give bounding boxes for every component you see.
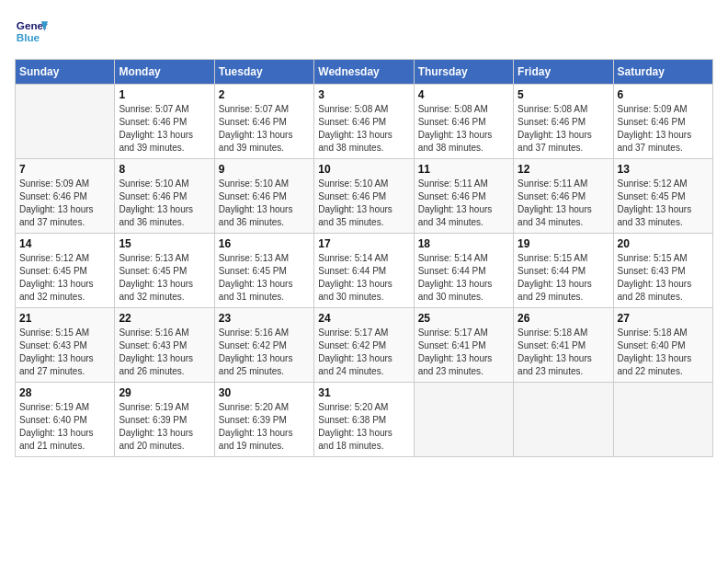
day-cell: 6Sunrise: 5:09 AM Sunset: 6:46 PM Daylig…	[613, 85, 712, 159]
day-number: 5	[518, 88, 609, 101]
day-info: Sunrise: 5:16 AM Sunset: 6:43 PM Dayligh…	[119, 327, 210, 378]
day-number: 18	[418, 237, 509, 250]
header-cell-friday: Friday	[514, 60, 613, 85]
day-number: 11	[418, 163, 509, 176]
calendar-body: 1Sunrise: 5:07 AM Sunset: 6:46 PM Daylig…	[16, 85, 713, 457]
day-info: Sunrise: 5:13 AM Sunset: 6:45 PM Dayligh…	[119, 252, 210, 304]
day-info: Sunrise: 5:12 AM Sunset: 6:45 PM Dayligh…	[19, 252, 110, 304]
day-info: Sunrise: 5:11 AM Sunset: 6:46 PM Dayligh…	[518, 178, 609, 229]
day-cell	[16, 85, 115, 159]
day-info: Sunrise: 5:16 AM Sunset: 6:42 PM Dayligh…	[219, 327, 310, 378]
day-cell: 28Sunrise: 5:19 AM Sunset: 6:40 PM Dayli…	[16, 383, 115, 457]
day-info: Sunrise: 5:15 AM Sunset: 6:44 PM Dayligh…	[518, 252, 609, 304]
day-info: Sunrise: 5:18 AM Sunset: 6:40 PM Dayligh…	[618, 327, 709, 378]
day-cell: 21Sunrise: 5:15 AM Sunset: 6:43 PM Dayli…	[16, 308, 115, 383]
day-cell: 25Sunrise: 5:17 AM Sunset: 6:41 PM Dayli…	[414, 308, 513, 383]
day-cell: 31Sunrise: 5:20 AM Sunset: 6:38 PM Dayli…	[314, 383, 414, 457]
header-cell-monday: Monday	[115, 60, 214, 85]
day-info: Sunrise: 5:08 AM Sunset: 6:46 PM Dayligh…	[518, 103, 609, 155]
day-cell: 20Sunrise: 5:15 AM Sunset: 6:43 PM Dayli…	[613, 234, 712, 308]
day-number: 4	[418, 88, 509, 101]
week-row-2: 7Sunrise: 5:09 AM Sunset: 6:46 PM Daylig…	[16, 159, 713, 234]
day-info: Sunrise: 5:19 AM Sunset: 6:40 PM Dayligh…	[19, 401, 110, 453]
day-cell	[514, 383, 613, 457]
header-cell-sunday: Sunday	[16, 60, 115, 85]
day-number: 29	[119, 386, 210, 399]
day-number: 21	[19, 312, 110, 325]
day-number: 16	[219, 237, 310, 250]
day-cell: 5Sunrise: 5:08 AM Sunset: 6:46 PM Daylig…	[514, 85, 613, 159]
day-cell: 14Sunrise: 5:12 AM Sunset: 6:45 PM Dayli…	[16, 234, 115, 308]
day-cell: 19Sunrise: 5:15 AM Sunset: 6:44 PM Dayli…	[514, 234, 613, 308]
week-row-1: 1Sunrise: 5:07 AM Sunset: 6:46 PM Daylig…	[16, 85, 713, 159]
day-cell: 23Sunrise: 5:16 AM Sunset: 6:42 PM Dayli…	[214, 308, 313, 383]
day-info: Sunrise: 5:12 AM Sunset: 6:45 PM Dayligh…	[618, 178, 709, 229]
day-number: 20	[618, 237, 709, 250]
day-number: 28	[19, 386, 110, 399]
day-cell: 7Sunrise: 5:09 AM Sunset: 6:46 PM Daylig…	[16, 159, 115, 234]
day-info: Sunrise: 5:17 AM Sunset: 6:42 PM Dayligh…	[318, 327, 409, 378]
day-cell: 24Sunrise: 5:17 AM Sunset: 6:42 PM Dayli…	[314, 308, 414, 383]
header-cell-wednesday: Wednesday	[314, 60, 414, 85]
page-header: General Blue	[15, 15, 713, 48]
day-number: 23	[219, 312, 310, 325]
day-info: Sunrise: 5:14 AM Sunset: 6:44 PM Dayligh…	[318, 252, 409, 304]
day-info: Sunrise: 5:15 AM Sunset: 6:43 PM Dayligh…	[19, 327, 110, 378]
day-info: Sunrise: 5:11 AM Sunset: 6:46 PM Dayligh…	[418, 178, 509, 229]
day-number: 13	[618, 163, 709, 176]
day-cell: 30Sunrise: 5:20 AM Sunset: 6:39 PM Dayli…	[214, 383, 313, 457]
day-number: 2	[219, 88, 310, 101]
day-cell: 26Sunrise: 5:18 AM Sunset: 6:41 PM Dayli…	[514, 308, 613, 383]
header-cell-thursday: Thursday	[414, 60, 513, 85]
day-cell: 13Sunrise: 5:12 AM Sunset: 6:45 PM Dayli…	[613, 159, 712, 234]
calendar-table: SundayMondayTuesdayWednesdayThursdayFrid…	[15, 59, 713, 457]
day-number: 27	[618, 312, 709, 325]
day-number: 7	[19, 163, 110, 176]
day-number: 26	[518, 312, 609, 325]
day-info: Sunrise: 5:10 AM Sunset: 6:46 PM Dayligh…	[318, 178, 409, 229]
svg-text:Blue: Blue	[17, 31, 40, 43]
day-number: 1	[119, 88, 210, 101]
day-info: Sunrise: 5:07 AM Sunset: 6:46 PM Dayligh…	[119, 103, 210, 155]
day-cell: 15Sunrise: 5:13 AM Sunset: 6:45 PM Dayli…	[115, 234, 214, 308]
day-number: 10	[318, 163, 409, 176]
day-number: 8	[119, 163, 210, 176]
calendar-header: SundayMondayTuesdayWednesdayThursdayFrid…	[16, 60, 713, 85]
day-cell: 9Sunrise: 5:10 AM Sunset: 6:46 PM Daylig…	[214, 159, 313, 234]
day-number: 31	[318, 386, 409, 399]
day-info: Sunrise: 5:08 AM Sunset: 6:46 PM Dayligh…	[318, 103, 409, 155]
day-number: 14	[19, 237, 110, 250]
day-info: Sunrise: 5:19 AM Sunset: 6:39 PM Dayligh…	[119, 401, 210, 453]
logo: General Blue	[15, 15, 48, 48]
day-number: 22	[119, 312, 210, 325]
header-row: SundayMondayTuesdayWednesdayThursdayFrid…	[16, 60, 713, 85]
day-number: 12	[518, 163, 609, 176]
day-info: Sunrise: 5:10 AM Sunset: 6:46 PM Dayligh…	[219, 178, 310, 229]
day-number: 3	[318, 88, 409, 101]
day-cell	[613, 383, 712, 457]
day-cell: 10Sunrise: 5:10 AM Sunset: 6:46 PM Dayli…	[314, 159, 414, 234]
day-info: Sunrise: 5:09 AM Sunset: 6:46 PM Dayligh…	[618, 103, 709, 155]
day-info: Sunrise: 5:14 AM Sunset: 6:44 PM Dayligh…	[418, 252, 509, 304]
day-cell: 11Sunrise: 5:11 AM Sunset: 6:46 PM Dayli…	[414, 159, 513, 234]
day-number: 19	[518, 237, 609, 250]
day-number: 6	[618, 88, 709, 101]
day-info: Sunrise: 5:18 AM Sunset: 6:41 PM Dayligh…	[518, 327, 609, 378]
day-number: 17	[318, 237, 409, 250]
logo-icon: General Blue	[15, 15, 48, 48]
day-info: Sunrise: 5:15 AM Sunset: 6:43 PM Dayligh…	[618, 252, 709, 304]
day-cell	[414, 383, 513, 457]
day-number: 9	[219, 163, 310, 176]
day-cell: 1Sunrise: 5:07 AM Sunset: 6:46 PM Daylig…	[115, 85, 214, 159]
day-cell: 12Sunrise: 5:11 AM Sunset: 6:46 PM Dayli…	[514, 159, 613, 234]
day-info: Sunrise: 5:07 AM Sunset: 6:46 PM Dayligh…	[219, 103, 310, 155]
week-row-4: 21Sunrise: 5:15 AM Sunset: 6:43 PM Dayli…	[16, 308, 713, 383]
day-info: Sunrise: 5:20 AM Sunset: 6:38 PM Dayligh…	[318, 401, 409, 453]
day-number: 25	[418, 312, 509, 325]
day-info: Sunrise: 5:13 AM Sunset: 6:45 PM Dayligh…	[219, 252, 310, 304]
day-info: Sunrise: 5:10 AM Sunset: 6:46 PM Dayligh…	[119, 178, 210, 229]
day-number: 15	[119, 237, 210, 250]
day-cell: 3Sunrise: 5:08 AM Sunset: 6:46 PM Daylig…	[314, 85, 414, 159]
day-info: Sunrise: 5:09 AM Sunset: 6:46 PM Dayligh…	[19, 178, 110, 229]
day-cell: 17Sunrise: 5:14 AM Sunset: 6:44 PM Dayli…	[314, 234, 414, 308]
